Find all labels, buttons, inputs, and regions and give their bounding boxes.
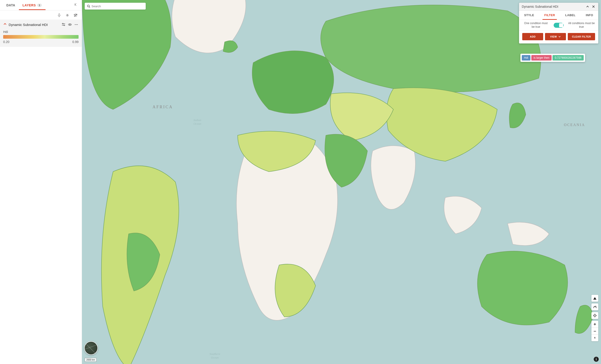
panel-collapse-button[interactable] bbox=[586, 5, 590, 9]
compass-button[interactable] bbox=[591, 334, 598, 341]
mountain-filled-icon bbox=[593, 296, 597, 300]
layer-item-header: Dynamic Subnational HDI bbox=[3, 22, 79, 27]
map-controls bbox=[591, 295, 598, 341]
map-search[interactable] bbox=[85, 3, 146, 10]
tab-layers[interactable]: LAYERS 1 bbox=[19, 1, 46, 10]
layers-count-badge: 1 bbox=[37, 4, 42, 7]
panel-body: STYLE FILTER LABEL INFO One condition mu… bbox=[519, 10, 598, 43]
zoom-out-button[interactable] bbox=[591, 328, 598, 334]
svg-point-11 bbox=[77, 24, 78, 25]
svg-point-9 bbox=[75, 24, 76, 25]
cond-one-label: One condition must be true bbox=[522, 22, 550, 29]
pitch-button[interactable] bbox=[591, 295, 598, 302]
expand-all-button[interactable] bbox=[57, 13, 62, 18]
collapse-sidebar-button[interactable] bbox=[73, 2, 79, 9]
svg-point-5 bbox=[62, 23, 63, 24]
expand-vertical-icon bbox=[57, 13, 61, 18]
panel-tab-info[interactable]: INFO bbox=[584, 11, 595, 20]
svg-point-13 bbox=[87, 5, 90, 7]
toggle-knob bbox=[559, 23, 563, 27]
plus-icon bbox=[593, 323, 596, 326]
add-filter-button[interactable]: ADD bbox=[522, 33, 543, 40]
mountain-outline-icon bbox=[593, 305, 597, 309]
scale-bar: 2000 km bbox=[85, 358, 97, 362]
layer-collapse-toggle[interactable] bbox=[3, 22, 7, 27]
legend-labels: 0.20 0.99 bbox=[3, 40, 79, 44]
panel-tab-label[interactable]: LABEL bbox=[563, 11, 577, 20]
cond-all-label: All conditions must be true bbox=[568, 22, 595, 29]
layer-settings-button[interactable] bbox=[61, 22, 66, 27]
info-icon: i bbox=[596, 357, 597, 361]
filter-logic-toggle[interactable] bbox=[554, 23, 564, 28]
chevron-down-icon bbox=[558, 35, 561, 38]
layer-name: Dynamic Subnational HDI bbox=[9, 23, 60, 27]
tab-data[interactable]: DATA bbox=[3, 1, 19, 10]
panel-title: Dynamic Subnational HDI bbox=[522, 5, 584, 9]
search-input[interactable] bbox=[91, 5, 143, 8]
legend-gradient bbox=[3, 35, 79, 39]
basemap-switcher[interactable] bbox=[84, 341, 98, 355]
chevron-line-left-icon bbox=[74, 3, 78, 6]
tab-layers-label: LAYERS bbox=[22, 3, 36, 7]
filter-chip-value: 0.7279000282287598 bbox=[552, 55, 584, 60]
panel-tab-style[interactable]: STYLE bbox=[522, 11, 536, 20]
clear-filter-button[interactable]: CLEAR FILTER bbox=[568, 33, 595, 40]
svg-point-8 bbox=[70, 24, 70, 25]
crosshair-icon bbox=[593, 314, 597, 318]
legend-field-name: Hdi bbox=[3, 30, 79, 34]
dots-horizontal-icon bbox=[74, 22, 78, 27]
panel-close-button[interactable] bbox=[591, 5, 596, 9]
chevron-up-icon bbox=[586, 5, 589, 8]
collapse-all-button[interactable] bbox=[65, 13, 70, 18]
panel-header: Dynamic Subnational HDI bbox=[519, 3, 598, 10]
legend-min: 0.20 bbox=[3, 40, 9, 44]
collapse-vertical-icon bbox=[65, 13, 70, 18]
locate-button[interactable] bbox=[591, 312, 598, 319]
legend-max: 0.99 bbox=[72, 40, 79, 44]
filter-chip-operator: is larger then bbox=[531, 55, 551, 60]
filter-buttons: ADD VIEW CLEAR FILTER bbox=[519, 31, 598, 40]
map-canvas[interactable]: AFRICA OCEANIA Indian Ocean Southern Oce… bbox=[82, 0, 601, 364]
view-filter-button[interactable]: VIEW bbox=[545, 33, 566, 40]
sliders-icon bbox=[61, 22, 66, 27]
layer-toolbar bbox=[0, 10, 82, 20]
attribution-button[interactable]: i bbox=[594, 357, 599, 362]
layers-off-icon bbox=[73, 13, 78, 18]
panel-tabs: STYLE FILTER LABEL INFO bbox=[519, 11, 598, 20]
minus-icon bbox=[593, 330, 596, 333]
filter-chip-field: Hdi bbox=[522, 55, 531, 60]
filter-chip[interactable]: Hdi is larger then 0.7279000282287598 bbox=[521, 54, 585, 62]
layer-visibility-button[interactable] bbox=[68, 22, 72, 27]
compass-icon bbox=[593, 336, 596, 340]
chevron-up-icon bbox=[3, 22, 7, 26]
terrain-button[interactable] bbox=[591, 304, 598, 310]
hide-all-button[interactable] bbox=[73, 13, 78, 18]
search-icon bbox=[87, 5, 90, 8]
zoom-in-button[interactable] bbox=[591, 321, 598, 328]
layer-more-button[interactable] bbox=[74, 22, 79, 27]
svg-point-10 bbox=[76, 24, 77, 25]
close-icon bbox=[592, 5, 595, 8]
svg-point-16 bbox=[594, 315, 595, 316]
sidebar: DATA LAYERS 1 Dynamic Subnational HDI bbox=[0, 0, 82, 364]
filter-logic-row: One condition must be true All condition… bbox=[519, 20, 598, 31]
svg-point-7 bbox=[64, 25, 65, 26]
sidebar-tabs: DATA LAYERS 1 bbox=[0, 0, 82, 10]
panel-tab-filter[interactable]: FILTER bbox=[542, 11, 557, 20]
svg-line-14 bbox=[89, 7, 90, 8]
layer-settings-panel: Dynamic Subnational HDI STYLE FILTER LAB… bbox=[519, 3, 598, 43]
zoom-controls bbox=[591, 321, 598, 341]
eye-icon bbox=[68, 22, 72, 27]
layer-item: Dynamic Subnational HDI Hdi 0.20 0.99 bbox=[0, 20, 82, 47]
